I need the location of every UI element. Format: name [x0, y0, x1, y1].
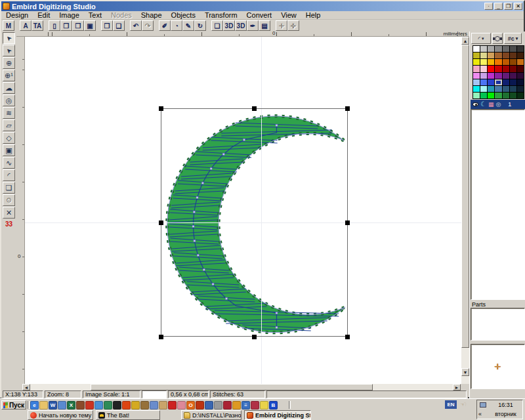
undo-button[interactable]: ↶ [130, 20, 142, 31]
Nodes[interactable]: Nodes [106, 11, 136, 19]
flag-icon[interactable] [251, 401, 259, 410]
zigzag-icon[interactable] [196, 401, 204, 410]
palette-swatch[interactable] [517, 66, 524, 72]
speed-gauge-button[interactable]: ◔ [171, 20, 182, 31]
Начать новую тему :: B...[interactable]: Начать новую тему :: B... [28, 410, 93, 420]
zigzag-stitch-tool[interactable]: ∿ [3, 157, 15, 169]
red-box-icon[interactable] [122, 401, 131, 410]
sticks-icon[interactable] [159, 401, 167, 410]
vertical-scrollbar[interactable]: ▲ ▼ [461, 37, 469, 384]
Design[interactable]: Design [1, 11, 33, 19]
palette-swatch[interactable] [488, 46, 494, 52]
design-canvas[interactable] [25, 37, 461, 384]
tray-monitor-icon[interactable] [480, 402, 486, 408]
crescent-design[interactable] [25, 37, 461, 384]
palette-swatch[interactable] [517, 52, 524, 58]
machine-button[interactable] [492, 33, 503, 44]
palette-swatch[interactable] [495, 93, 501, 98]
restore-button[interactable]: ❐ [504, 3, 513, 10]
dialog-shape-tool[interactable]: ❏ [3, 182, 15, 194]
hand-icon[interactable]: ☜ [460, 400, 467, 409]
ie-icon[interactable]: e [30, 401, 39, 410]
curve-type-dropdown[interactable]: ◜ ▾ [471, 33, 491, 44]
bird-icon[interactable] [140, 401, 149, 410]
palette-swatch[interactable] [517, 46, 524, 52]
measure-tool-button[interactable]: ✐ [159, 20, 171, 31]
save-design-button[interactable]: ▣ [84, 20, 96, 31]
title-bar[interactable]: Embird Digitizing Studio · _ ❐ ✕ [1, 1, 524, 11]
palette-swatch[interactable] [488, 86, 494, 92]
Transform[interactable]: Transform [200, 11, 242, 19]
column-shape-tool[interactable]: ▱ [3, 119, 15, 131]
hatch-fill-tool[interactable]: ≋ [3, 107, 15, 119]
angle-tool-button[interactable]: ✎ [182, 20, 194, 31]
palette-swatch[interactable] [495, 46, 501, 52]
palette-swatch[interactable] [510, 66, 516, 72]
zoom-actual-tool[interactable]: ⊕¹ [3, 70, 15, 81]
pencil-icon[interactable] [260, 401, 268, 410]
palette-swatch[interactable] [480, 86, 487, 92]
window-view-button[interactable]: ❏ [211, 20, 223, 31]
bat-icon[interactable] [113, 401, 121, 410]
start-button[interactable]: Пуск [1, 400, 26, 410]
Embird Digitizing Stud...[interactable]: Embird Digitizing Stud... [244, 410, 311, 420]
close-button[interactable]: ✕ [514, 3, 522, 10]
palette-swatch[interactable] [480, 46, 487, 52]
Edit[interactable]: Edit [33, 11, 54, 19]
case-icon[interactable] [223, 401, 232, 410]
minimize-button[interactable]: _ [494, 3, 503, 10]
taskbar-divider[interactable] [289, 401, 291, 409]
zoom-in-tool[interactable]: ⊕ [3, 57, 15, 69]
palette-swatch[interactable] [495, 73, 501, 79]
palette-swatch[interactable] [480, 52, 487, 58]
scroll-up-button[interactable]: ▲ [461, 37, 469, 45]
copy-button[interactable]: ❐ [101, 20, 113, 31]
palette-swatch[interactable] [510, 86, 516, 92]
open-design-button[interactable]: ❒ [60, 20, 72, 31]
hole-shape-tool[interactable]: ▣ [3, 144, 15, 156]
palette-swatch[interactable] [503, 52, 509, 58]
Convert[interactable]: Convert [242, 11, 277, 19]
view-3d-settings-button[interactable]: 3D [235, 20, 247, 31]
redo-button[interactable]: ↷ [142, 20, 154, 31]
red-star-icon[interactable] [168, 401, 177, 410]
palette-swatch[interactable] [473, 93, 480, 98]
palette-swatch[interactable] [495, 52, 501, 58]
palette-swatch[interactable] [488, 66, 494, 72]
palette-swatch[interactable] [473, 79, 480, 85]
duck-icon[interactable] [131, 401, 140, 410]
text-transform-button[interactable]: TA [32, 20, 43, 31]
palette-swatch[interactable] [480, 93, 487, 98]
hand-app-icon[interactable] [214, 401, 222, 410]
vertical-scroll-thumb[interactable] [461, 45, 469, 348]
paste-button[interactable]: ❑ [113, 20, 125, 31]
image-palette-button[interactable]: ▤ [259, 20, 270, 31]
tray-expand-chevron[interactable]: « [477, 411, 489, 417]
app-blue-icon[interactable] [58, 401, 66, 410]
pin-tool-button[interactable]: ✛ [276, 20, 287, 31]
adjust-colors-button[interactable]: ✒ [247, 20, 259, 31]
parts-list[interactable] [471, 308, 525, 341]
stitch-type-dropdown[interactable]: #c ▾ [504, 33, 522, 44]
palette-swatch[interactable] [510, 73, 516, 79]
visibility-eye-icon[interactable] [472, 102, 478, 106]
palette-swatch[interactable] [473, 52, 480, 58]
pink-box-icon[interactable] [177, 401, 186, 410]
palette-swatch[interactable] [517, 93, 524, 98]
preview-pane[interactable]: ✛ [471, 344, 525, 389]
zoom-window-button[interactable]: M [3, 20, 14, 31]
palette-swatch[interactable] [488, 73, 494, 79]
red-ball-icon[interactable] [85, 401, 94, 410]
palette-swatch[interactable] [510, 52, 516, 58]
import-design-button[interactable]: ❒ [72, 20, 84, 31]
palette-swatch[interactable] [480, 59, 487, 65]
Text[interactable]: Text [84, 11, 106, 19]
books-icon[interactable] [76, 401, 85, 410]
select-tool[interactable]: ➤ [3, 32, 15, 44]
palette-swatch[interactable] [488, 93, 494, 98]
palette-swatch[interactable] [510, 93, 516, 98]
D:\INSTALL\Разное\Embird[interactable]: D:\INSTALL\Разное\Embird [181, 410, 242, 420]
palette-swatch[interactable] [503, 73, 509, 79]
ring-icon[interactable] [232, 401, 241, 410]
palette-swatch[interactable] [503, 66, 509, 72]
